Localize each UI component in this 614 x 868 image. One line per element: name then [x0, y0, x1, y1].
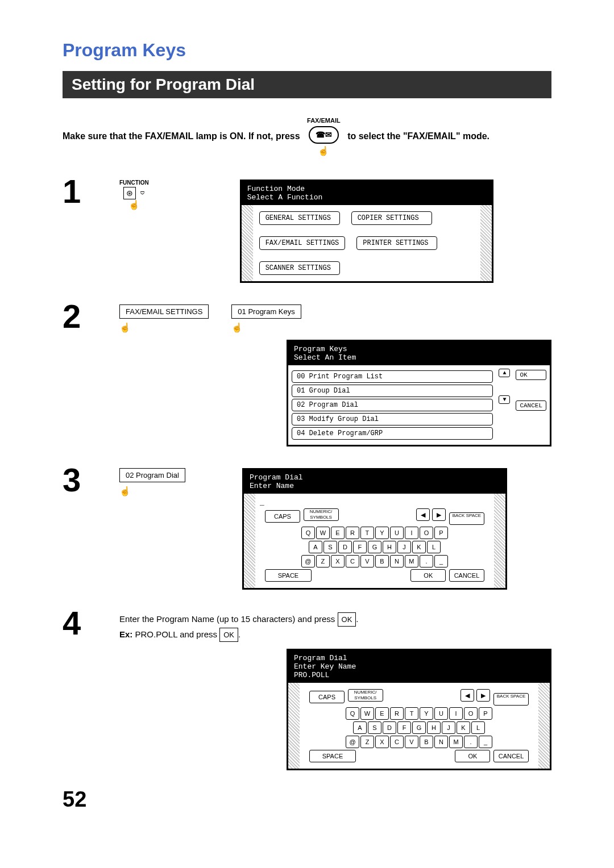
left-arrow-key[interactable]: ◀	[416, 508, 430, 521]
key-y[interactable]: Y	[420, 707, 433, 720]
key-a[interactable]: A	[309, 541, 322, 553]
key-w[interactable]: W	[316, 527, 330, 539]
key-o[interactable]: O	[420, 527, 433, 539]
key-j[interactable]: J	[397, 541, 411, 553]
btn-fax-email-settings[interactable]: FAX/EMAIL SETTINGS	[259, 236, 346, 250]
key-s[interactable]: S	[368, 721, 381, 734]
btn-01-program-keys[interactable]: 01 Program Keys	[231, 304, 301, 319]
key-d[interactable]: D	[383, 721, 396, 734]
cancel-key[interactable]: CANCEL	[449, 569, 484, 582]
ok-key[interactable]: OK	[410, 569, 446, 582]
key-m[interactable]: M	[449, 736, 463, 748]
btn-fax-email-settings[interactable]: FAX/EMAIL SETTINGS	[119, 304, 209, 319]
key-t[interactable]: T	[360, 527, 374, 539]
key-s[interactable]: S	[323, 541, 337, 553]
btn-02-program-dial[interactable]: 02 Program Dial	[119, 468, 185, 482]
cancel-key[interactable]: CANCEL	[493, 750, 529, 762]
item-01[interactable]: 01 Group Dial	[292, 385, 493, 397]
key-h[interactable]: H	[427, 721, 441, 734]
numeric-symbols-key[interactable]: NUMERIC/ SYMBOLS	[348, 689, 383, 702]
key-g[interactable]: G	[412, 721, 426, 734]
backspace-key[interactable]: BACK SPACE	[493, 693, 529, 706]
key-.[interactable]: .	[420, 555, 433, 567]
btn-printer-settings[interactable]: PRINTER SETTINGS	[356, 236, 437, 250]
key-c[interactable]: C	[346, 555, 359, 567]
down-arrow-icon[interactable]: ▼	[499, 395, 510, 404]
key-p[interactable]: P	[479, 707, 492, 720]
key-r[interactable]: R	[390, 707, 404, 720]
key-u[interactable]: U	[434, 707, 448, 720]
key-f[interactable]: F	[397, 721, 411, 734]
key-y[interactable]: Y	[375, 527, 389, 539]
btn-scanner-settings[interactable]: SCANNER SETTINGS	[259, 261, 340, 275]
step-4: 4 Enter the Program Name (up to 15 chara…	[63, 607, 551, 770]
key-@[interactable]: @	[301, 555, 315, 567]
backspace-key[interactable]: BACK SPACE	[449, 512, 484, 525]
numeric-symbols-key[interactable]: NUMERIC/ SYMBOLS	[304, 508, 339, 521]
key-o[interactable]: O	[464, 707, 478, 720]
ok-key[interactable]: OK	[455, 750, 490, 762]
step-number: 1	[63, 175, 119, 208]
key-i[interactable]: I	[405, 527, 418, 539]
ex-text: PRO.POLL and press	[135, 629, 220, 639]
item-00[interactable]: 00 Print Program List	[292, 370, 493, 383]
cancel-button[interactable]: CANCEL	[516, 400, 546, 411]
key-j[interactable]: J	[442, 721, 455, 734]
right-arrow-key[interactable]: ▶	[476, 689, 490, 702]
screen-program-keys: Program Keys Select An Item 00 Print Pro…	[287, 340, 551, 446]
key-z[interactable]: Z	[316, 555, 330, 567]
key-l[interactable]: L	[427, 541, 441, 553]
key-v[interactable]: V	[360, 555, 374, 567]
key-q[interactable]: Q	[301, 527, 315, 539]
key-r[interactable]: R	[346, 527, 359, 539]
key-l[interactable]: L	[471, 721, 485, 734]
btn-general-settings[interactable]: GENERAL SETTINGS	[259, 211, 340, 225]
key-g[interactable]: G	[368, 541, 381, 553]
key-.[interactable]: .	[464, 736, 478, 748]
key-x[interactable]: X	[375, 736, 389, 748]
caps-key[interactable]: CAPS	[309, 691, 345, 703]
key-q[interactable]: Q	[346, 707, 359, 720]
key-v[interactable]: V	[405, 736, 418, 748]
item-03[interactable]: 03 Modify Group Dial	[292, 413, 493, 425]
ex-label: Ex:	[119, 629, 132, 639]
caps-key[interactable]: CAPS	[265, 510, 300, 523]
key-@[interactable]: @	[346, 736, 359, 748]
ok-button[interactable]: OK	[516, 370, 546, 380]
btn-copier-settings[interactable]: COPIER SETTINGS	[351, 211, 432, 225]
key-i[interactable]: I	[449, 707, 463, 720]
key-k[interactable]: K	[412, 541, 426, 553]
key-u[interactable]: U	[390, 527, 404, 539]
up-arrow-icon[interactable]: ▲	[499, 369, 510, 377]
key-a[interactable]: A	[353, 721, 367, 734]
key-z[interactable]: Z	[360, 736, 374, 748]
step4-text-a: Enter the Program Name (up to 15 charact…	[119, 614, 338, 624]
key-_[interactable]: _	[479, 736, 492, 748]
item-02[interactable]: 02 Program Dial	[292, 399, 493, 411]
key-_[interactable]: _	[434, 555, 448, 567]
key-f[interactable]: F	[353, 541, 367, 553]
key-n[interactable]: N	[434, 736, 448, 748]
screen-subtitle: Select A Function	[247, 193, 486, 202]
key-d[interactable]: D	[338, 541, 352, 553]
hand-icon: ☝	[231, 323, 243, 332]
key-k[interactable]: K	[457, 721, 470, 734]
key-b[interactable]: B	[420, 736, 433, 748]
key-p[interactable]: P	[434, 527, 448, 539]
key-x[interactable]: X	[331, 555, 345, 567]
key-t[interactable]: T	[405, 707, 418, 720]
left-arrow-key[interactable]: ◀	[460, 689, 474, 702]
space-key[interactable]: SPACE	[265, 569, 312, 582]
key-c[interactable]: C	[390, 736, 404, 748]
key-e[interactable]: E	[375, 707, 389, 720]
key-w[interactable]: W	[360, 707, 374, 720]
key-b[interactable]: B	[375, 555, 389, 567]
screen-title: Function Mode	[247, 185, 486, 193]
space-key[interactable]: SPACE	[309, 750, 356, 762]
key-n[interactable]: N	[390, 555, 404, 567]
key-e[interactable]: E	[331, 527, 345, 539]
key-m[interactable]: M	[405, 555, 418, 567]
item-04[interactable]: 04 Delete Program/GRP	[292, 427, 493, 440]
right-arrow-key[interactable]: ▶	[432, 508, 446, 521]
key-h[interactable]: H	[383, 541, 396, 553]
